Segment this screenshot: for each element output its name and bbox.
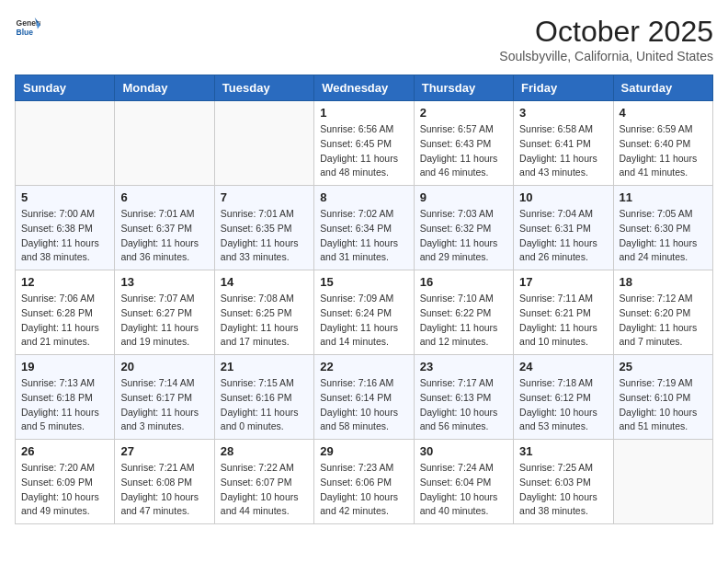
day-info: Sunrise: 7:07 AM Sunset: 6:27 PM Dayligh… xyxy=(120,292,208,350)
day-number: 3 xyxy=(519,106,607,120)
weekday-header: Sunday xyxy=(16,75,115,101)
day-number: 4 xyxy=(620,106,707,120)
day-info: Sunrise: 7:01 AM Sunset: 6:37 PM Dayligh… xyxy=(120,207,208,265)
day-info: Sunrise: 7:06 AM Sunset: 6:28 PM Dayligh… xyxy=(21,292,108,350)
day-info: Sunrise: 6:58 AM Sunset: 6:41 PM Dayligh… xyxy=(519,122,607,180)
day-info: Sunrise: 7:12 AM Sunset: 6:20 PM Dayligh… xyxy=(620,292,707,350)
day-number: 26 xyxy=(21,444,108,458)
calendar-week: 26Sunrise: 7:20 AM Sunset: 6:09 PM Dayli… xyxy=(16,440,713,524)
calendar-cell: 28Sunrise: 7:22 AM Sunset: 6:07 PM Dayli… xyxy=(214,440,313,524)
day-number: 1 xyxy=(320,106,407,120)
calendar-cell: 11Sunrise: 7:05 AM Sunset: 6:30 PM Dayli… xyxy=(613,186,712,270)
day-number: 2 xyxy=(420,106,507,120)
day-info: Sunrise: 6:56 AM Sunset: 6:45 PM Dayligh… xyxy=(320,122,407,180)
day-number: 23 xyxy=(420,360,507,373)
calendar-table: SundayMondayTuesdayWednesdayThursdayFrid… xyxy=(15,75,713,524)
calendar-cell: 3Sunrise: 6:58 AM Sunset: 6:41 PM Daylig… xyxy=(514,101,613,186)
calendar-cell: 26Sunrise: 7:20 AM Sunset: 6:09 PM Dayli… xyxy=(16,440,115,524)
day-info: Sunrise: 7:09 AM Sunset: 6:24 PM Dayligh… xyxy=(320,292,407,350)
weekday-header: Wednesday xyxy=(314,75,414,101)
calendar-cell: 8Sunrise: 7:02 AM Sunset: 6:34 PM Daylig… xyxy=(314,186,414,270)
day-info: Sunrise: 7:11 AM Sunset: 6:21 PM Dayligh… xyxy=(519,292,607,350)
calendar-cell: 5Sunrise: 7:00 AM Sunset: 6:38 PM Daylig… xyxy=(16,186,115,270)
day-number: 7 xyxy=(221,190,308,204)
location: Soulsbyville, California, United States xyxy=(499,49,713,63)
calendar-cell: 14Sunrise: 7:08 AM Sunset: 6:25 PM Dayli… xyxy=(214,270,313,355)
day-info: Sunrise: 7:02 AM Sunset: 6:34 PM Dayligh… xyxy=(320,207,407,265)
calendar-cell: 13Sunrise: 7:07 AM Sunset: 6:27 PM Dayli… xyxy=(115,270,214,355)
calendar-cell: 7Sunrise: 7:01 AM Sunset: 6:35 PM Daylig… xyxy=(214,186,313,270)
page-header: General Blue October 2025 Soulsbyville, … xyxy=(15,15,713,63)
day-info: Sunrise: 7:22 AM Sunset: 6:07 PM Dayligh… xyxy=(221,461,308,519)
day-number: 31 xyxy=(519,444,607,458)
day-info: Sunrise: 7:14 AM Sunset: 6:17 PM Dayligh… xyxy=(120,376,208,434)
logo: General Blue xyxy=(15,15,40,40)
day-number: 17 xyxy=(519,275,607,289)
day-info: Sunrise: 7:13 AM Sunset: 6:18 PM Dayligh… xyxy=(21,376,108,434)
calendar-cell: 2Sunrise: 6:57 AM Sunset: 6:43 PM Daylig… xyxy=(414,101,513,186)
day-info: Sunrise: 7:04 AM Sunset: 6:31 PM Dayligh… xyxy=(519,207,607,265)
calendar-cell: 1Sunrise: 6:56 AM Sunset: 6:45 PM Daylig… xyxy=(314,101,414,186)
day-number: 28 xyxy=(221,444,308,458)
calendar-cell xyxy=(16,101,115,186)
calendar-week: 12Sunrise: 7:06 AM Sunset: 6:28 PM Dayli… xyxy=(16,270,713,355)
day-number: 20 xyxy=(120,360,208,373)
day-number: 8 xyxy=(320,190,407,204)
day-number: 24 xyxy=(519,360,607,373)
day-number: 27 xyxy=(120,444,208,458)
weekday-header: Friday xyxy=(514,75,613,101)
day-info: Sunrise: 7:17 AM Sunset: 6:13 PM Dayligh… xyxy=(420,376,507,434)
calendar-cell: 23Sunrise: 7:17 AM Sunset: 6:13 PM Dayli… xyxy=(414,355,513,440)
day-number: 5 xyxy=(21,190,108,204)
weekday-header: Thursday xyxy=(414,75,513,101)
title-block: October 2025 Soulsbyville, California, U… xyxy=(499,15,713,63)
day-info: Sunrise: 6:57 AM Sunset: 6:43 PM Dayligh… xyxy=(420,122,507,180)
weekday-row: SundayMondayTuesdayWednesdayThursdayFrid… xyxy=(16,75,713,101)
svg-text:Blue: Blue xyxy=(17,28,34,37)
calendar-body: 1Sunrise: 6:56 AM Sunset: 6:45 PM Daylig… xyxy=(16,101,713,524)
calendar-cell: 21Sunrise: 7:15 AM Sunset: 6:16 PM Dayli… xyxy=(214,355,313,440)
day-info: Sunrise: 7:16 AM Sunset: 6:14 PM Dayligh… xyxy=(320,376,407,434)
calendar-cell: 6Sunrise: 7:01 AM Sunset: 6:37 PM Daylig… xyxy=(115,186,214,270)
day-number: 13 xyxy=(120,275,208,289)
calendar-cell: 22Sunrise: 7:16 AM Sunset: 6:14 PM Dayli… xyxy=(314,355,414,440)
day-info: Sunrise: 7:24 AM Sunset: 6:04 PM Dayligh… xyxy=(420,461,507,519)
day-info: Sunrise: 6:59 AM Sunset: 6:40 PM Dayligh… xyxy=(620,122,707,180)
day-number: 10 xyxy=(519,190,607,204)
calendar-cell: 27Sunrise: 7:21 AM Sunset: 6:08 PM Dayli… xyxy=(115,440,214,524)
day-number: 15 xyxy=(320,275,407,289)
day-info: Sunrise: 7:08 AM Sunset: 6:25 PM Dayligh… xyxy=(221,292,308,350)
calendar-cell xyxy=(214,101,313,186)
calendar-cell: 9Sunrise: 7:03 AM Sunset: 6:32 PM Daylig… xyxy=(414,186,513,270)
day-info: Sunrise: 7:01 AM Sunset: 6:35 PM Dayligh… xyxy=(221,207,308,265)
calendar-week: 19Sunrise: 7:13 AM Sunset: 6:18 PM Dayli… xyxy=(16,355,713,440)
weekday-header: Monday xyxy=(115,75,214,101)
calendar-header: SundayMondayTuesdayWednesdayThursdayFrid… xyxy=(16,75,713,101)
calendar-cell: 16Sunrise: 7:10 AM Sunset: 6:22 PM Dayli… xyxy=(414,270,513,355)
logo-icon: General Blue xyxy=(15,15,40,40)
day-info: Sunrise: 7:25 AM Sunset: 6:03 PM Dayligh… xyxy=(519,461,607,519)
day-number: 30 xyxy=(420,444,507,458)
day-info: Sunrise: 7:10 AM Sunset: 6:22 PM Dayligh… xyxy=(420,292,507,350)
day-info: Sunrise: 7:21 AM Sunset: 6:08 PM Dayligh… xyxy=(120,461,208,519)
calendar-cell: 24Sunrise: 7:18 AM Sunset: 6:12 PM Dayli… xyxy=(514,355,613,440)
calendar-cell: 10Sunrise: 7:04 AM Sunset: 6:31 PM Dayli… xyxy=(514,186,613,270)
calendar-cell: 25Sunrise: 7:19 AM Sunset: 6:10 PM Dayli… xyxy=(613,355,712,440)
day-number: 11 xyxy=(620,190,707,204)
day-number: 19 xyxy=(21,360,108,373)
day-number: 25 xyxy=(620,360,707,373)
calendar-cell: 29Sunrise: 7:23 AM Sunset: 6:06 PM Dayli… xyxy=(314,440,414,524)
day-info: Sunrise: 7:23 AM Sunset: 6:06 PM Dayligh… xyxy=(320,461,407,519)
day-number: 12 xyxy=(21,275,108,289)
day-info: Sunrise: 7:18 AM Sunset: 6:12 PM Dayligh… xyxy=(519,376,607,434)
calendar-cell: 19Sunrise: 7:13 AM Sunset: 6:18 PM Dayli… xyxy=(16,355,115,440)
month-title: October 2025 xyxy=(499,15,713,49)
day-number: 21 xyxy=(221,360,308,373)
calendar-cell xyxy=(115,101,214,186)
calendar-cell: 4Sunrise: 6:59 AM Sunset: 6:40 PM Daylig… xyxy=(613,101,712,186)
calendar-cell: 31Sunrise: 7:25 AM Sunset: 6:03 PM Dayli… xyxy=(514,440,613,524)
calendar-cell xyxy=(613,440,712,524)
calendar-cell: 30Sunrise: 7:24 AM Sunset: 6:04 PM Dayli… xyxy=(414,440,513,524)
calendar-cell: 12Sunrise: 7:06 AM Sunset: 6:28 PM Dayli… xyxy=(16,270,115,355)
day-info: Sunrise: 7:03 AM Sunset: 6:32 PM Dayligh… xyxy=(420,207,507,265)
